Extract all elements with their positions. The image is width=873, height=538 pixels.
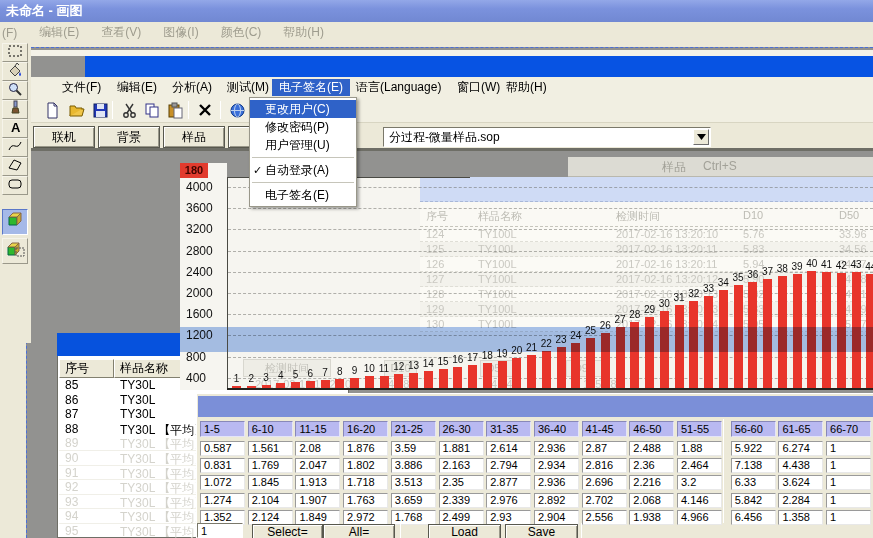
grid-cell[interactable]: 7.138	[731, 458, 776, 473]
sop-file-combobox[interactable]: 分过程-微量样品.sop	[383, 127, 711, 147]
grid-cell[interactable]: 2.124	[248, 510, 293, 525]
dropdown-item-4[interactable]: 自动登录(A)✓	[250, 161, 356, 179]
app-menu-item-0[interactable]: 文件(F)	[55, 79, 108, 96]
grid-cell[interactable]: 2.93	[486, 510, 531, 525]
paint-tool-polygon[interactable]	[2, 157, 28, 176]
grid-cell[interactable]: 1.881	[439, 441, 484, 456]
paint-titlebar[interactable]: 未命名 - 画图	[0, 0, 873, 22]
panel-button-Load[interactable]: Load	[428, 524, 501, 538]
grid-cell[interactable]: 6.33	[731, 475, 776, 490]
grid-cell[interactable]: 1.358	[778, 510, 823, 525]
grid-cell[interactable]: 2.696	[582, 475, 627, 490]
grid-cell[interactable]: 2.87	[582, 441, 627, 456]
grid-cell[interactable]: 3.2	[677, 475, 722, 490]
grid-cell[interactable]: 2.216	[629, 475, 674, 490]
grid-cell[interactable]: 1.072	[200, 475, 245, 490]
grid-cell[interactable]: 2.08	[295, 441, 340, 456]
grid-cell[interactable]: 2.816	[582, 458, 627, 473]
grid-cell[interactable]: 2.068	[629, 493, 674, 508]
grid-cell[interactable]: 2.464	[677, 458, 722, 473]
open-folder-icon[interactable]	[67, 101, 86, 120]
dropdown-item-6[interactable]: 电子签名(E)	[250, 186, 356, 204]
dropdown-item-0[interactable]: 更改用户(C)	[250, 100, 356, 118]
combobox-dropdown-arrow-icon[interactable]	[693, 129, 709, 145]
grid-cell[interactable]: 3.659	[391, 493, 436, 508]
grid-cell[interactable]: 4.966	[677, 510, 722, 525]
grid-cell[interactable]: 2.904	[534, 510, 579, 525]
grid-cell[interactable]: 2.936	[534, 475, 579, 490]
panel-button-All[interactable]: All=	[323, 524, 395, 538]
grid-cell[interactable]: 5.922	[731, 441, 776, 456]
grid-cell[interactable]: 2.488	[629, 441, 674, 456]
grid-cell[interactable]: 1.274	[200, 493, 245, 508]
grid-cell[interactable]: 3.513	[391, 475, 436, 490]
paint-menu-item-1[interactable]: 编辑(E)	[39, 24, 79, 41]
grid-cell[interactable]: 1.802	[343, 458, 388, 473]
grid-cell[interactable]: 4.438	[778, 458, 823, 473]
grid-cell[interactable]: 2.047	[295, 458, 340, 473]
grid-cell[interactable]: 0.831	[200, 458, 245, 473]
paint-tool-cube-3d-alt[interactable]	[2, 238, 28, 264]
panel-button-Select[interactable]: Select=	[252, 524, 323, 538]
paint-menu-item-0[interactable]: (F)	[2, 26, 17, 40]
paint-tool-rect-select[interactable]	[2, 43, 28, 62]
app-menu-item-3[interactable]: 测试(M)	[220, 79, 276, 96]
grid-cell[interactable]: 3.59	[391, 441, 436, 456]
paste-icon[interactable]	[166, 101, 185, 120]
paint-tool-cube-3d[interactable]	[2, 209, 28, 235]
dropdown-item-1[interactable]: 修改密码(P)	[250, 118, 356, 136]
app-menu-item-1[interactable]: 编辑(E)	[110, 79, 164, 96]
grid-cell[interactable]: 1.845	[248, 475, 293, 490]
cut-icon[interactable]	[120, 101, 139, 120]
grid-cell[interactable]: 1.561	[248, 441, 293, 456]
app-menu-item-7[interactable]: 帮助(H)	[499, 79, 554, 96]
paint-menu-item-2[interactable]: 查看(V)	[101, 24, 141, 41]
grid-cell[interactable]: 5.842	[731, 493, 776, 508]
grid-cell[interactable]: 1.718	[343, 475, 388, 490]
grid-cell[interactable]: 2.934	[534, 458, 579, 473]
grid-cell[interactable]: 6.456	[731, 510, 776, 525]
copy-icon[interactable]	[143, 101, 162, 120]
delete-icon[interactable]	[196, 101, 215, 120]
paint-tool-fill[interactable]	[2, 62, 28, 81]
grid-cell[interactable]: 1.907	[295, 493, 340, 508]
grid-cell[interactable]: 1	[826, 493, 871, 508]
grid-cell[interactable]: 2.794	[486, 458, 531, 473]
paint-tool-brush[interactable]	[2, 100, 28, 119]
paint-menu-item-3[interactable]: 图像(I)	[163, 24, 198, 41]
user-icon[interactable]	[228, 101, 247, 120]
grid-cell[interactable]: 4.146	[677, 493, 722, 508]
count-input[interactable]	[197, 523, 243, 538]
sample-col-index[interactable]: 序号	[59, 359, 114, 378]
grid-cell[interactable]: 1	[826, 458, 871, 473]
grid-cell[interactable]: 3.886	[391, 458, 436, 473]
app-button-样品[interactable]: 样品	[163, 126, 225, 148]
grid-cell[interactable]: 2.163	[439, 458, 484, 473]
grid-cell[interactable]: 2.499	[439, 510, 484, 525]
grid-cell[interactable]: 6.274	[778, 441, 823, 456]
grid-cell[interactable]: 0.587	[200, 441, 245, 456]
paint-menu-item-4[interactable]: 颜色(C)	[221, 24, 262, 41]
grid-cell[interactable]: 1	[826, 510, 871, 525]
grid-cell[interactable]: 3.624	[778, 475, 823, 490]
paint-tool-curve[interactable]	[2, 138, 28, 157]
grid-cell[interactable]: 2.972	[343, 510, 388, 525]
grid-cell[interactable]: 2.556	[582, 510, 627, 525]
app-menu-item-5[interactable]: 语言(Language)	[349, 79, 448, 96]
grid-cell[interactable]: 2.892	[534, 493, 579, 508]
app-menu-esignature[interactable]: 电子签名(E)	[272, 79, 350, 96]
new-document-icon[interactable]	[43, 101, 62, 120]
data-grid-titlebar[interactable]	[198, 396, 873, 417]
grid-cell[interactable]: 1.876	[343, 441, 388, 456]
paint-tool-rounded-rectangle[interactable]	[2, 176, 28, 195]
grid-cell[interactable]: 1.768	[391, 510, 436, 525]
grid-cell[interactable]: 2.877	[486, 475, 531, 490]
grid-cell[interactable]: 2.702	[582, 493, 627, 508]
paint-menu-item-5[interactable]: 帮助(H)	[283, 24, 324, 41]
grid-cell[interactable]: 2.36	[629, 458, 674, 473]
grid-cell[interactable]: 1.763	[343, 493, 388, 508]
grid-cell[interactable]: 2.284	[778, 493, 823, 508]
grid-cell[interactable]: 1.913	[295, 475, 340, 490]
grid-cell[interactable]: 1.88	[677, 441, 722, 456]
grid-cell[interactable]: 1.938	[629, 510, 674, 525]
